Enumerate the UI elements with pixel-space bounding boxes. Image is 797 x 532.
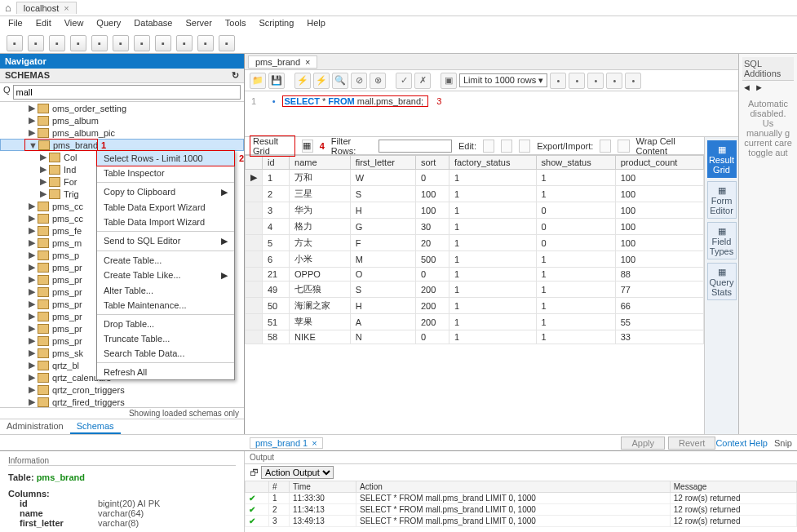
- cell[interactable]: 1: [449, 251, 536, 268]
- cell[interactable]: 200: [415, 314, 449, 330]
- cell[interactable]: 100: [615, 251, 703, 268]
- output-selector[interactable]: Action Output: [261, 466, 334, 479]
- output-row[interactable]: ✔313:49:13SELECT * FROM mall.pms_brand L…: [246, 516, 797, 527]
- cell[interactable]: 1: [449, 219, 536, 235]
- refresh-icon[interactable]: ↻: [232, 70, 239, 81]
- cell[interactable]: A: [350, 314, 415, 330]
- cell[interactable]: 1: [263, 170, 290, 186]
- menu-tools[interactable]: Tools: [225, 18, 246, 31]
- column-header[interactable]: id: [263, 156, 290, 170]
- grid-icon[interactable]: ▦: [302, 140, 313, 153]
- cell[interactable]: 1: [536, 330, 615, 344]
- column-header[interactable]: factory_status: [449, 156, 536, 170]
- home-icon[interactable]: ⌂: [5, 2, 11, 14]
- menu-scripting[interactable]: Scripting: [259, 18, 294, 31]
- cell[interactable]: 200: [415, 298, 449, 314]
- find-icon[interactable]: •: [587, 73, 604, 89]
- cell[interactable]: 20: [415, 235, 449, 251]
- tree-item[interactable]: ▶pms_album: [0, 114, 244, 126]
- side-tab[interactable]: ▦Form Editor: [707, 181, 737, 219]
- row-pointer[interactable]: [246, 219, 263, 235]
- cell[interactable]: 3: [263, 202, 290, 219]
- db6-icon[interactable]: ▪: [176, 35, 193, 51]
- tree-item[interactable]: ▼pms_brand1: [0, 139, 244, 151]
- cell[interactable]: 1: [449, 330, 536, 344]
- cell[interactable]: 100: [415, 202, 449, 219]
- sql-editor[interactable]: 1 • SELECT * FROM mall.pms_brand; 3: [245, 91, 738, 137]
- row-pointer[interactable]: [246, 186, 263, 202]
- export-icon[interactable]: [600, 140, 611, 153]
- menu-item[interactable]: Copy to Clipboard▶: [97, 184, 234, 200]
- cell[interactable]: 500: [415, 251, 449, 268]
- menu-item[interactable]: Table Data Import Wizard: [97, 215, 234, 229]
- column-header[interactable]: product_count: [615, 156, 703, 170]
- cell[interactable]: 苹果: [290, 314, 351, 330]
- cell[interactable]: N: [350, 330, 415, 344]
- result-tab[interactable]: pms_brand 1 ×: [250, 437, 323, 449]
- beautify-icon[interactable]: •: [569, 73, 585, 89]
- edit-icon[interactable]: [519, 140, 530, 153]
- cell[interactable]: 华为: [290, 202, 351, 219]
- side-tab[interactable]: ▦Field Types: [707, 222, 737, 259]
- row-pointer[interactable]: ▶: [246, 170, 263, 186]
- menu-item[interactable]: Create Table Like...▶: [97, 268, 234, 283]
- cell[interactable]: 1: [449, 268, 536, 282]
- connection-tab[interactable]: localhost ×: [16, 2, 77, 14]
- close-icon[interactable]: ×: [64, 3, 69, 13]
- revert-button[interactable]: Revert: [668, 437, 715, 450]
- rollback-icon[interactable]: ✗: [414, 73, 431, 89]
- cell[interactable]: M: [350, 251, 415, 268]
- search-icon[interactable]: ▪: [197, 35, 214, 51]
- menu-view[interactable]: View: [64, 18, 84, 31]
- result-grid-label[interactable]: Result Grid: [250, 135, 295, 157]
- prev-icon[interactable]: ◄: [742, 82, 751, 92]
- cell[interactable]: NIKE: [290, 330, 351, 344]
- menu-item[interactable]: Table Data Export Wizard: [97, 200, 234, 215]
- db4-icon[interactable]: ▪: [134, 35, 150, 51]
- cell[interactable]: 0: [536, 219, 615, 235]
- cell[interactable]: 1: [449, 202, 536, 219]
- row-pointer[interactable]: [246, 282, 263, 298]
- snippets-icon[interactable]: •: [625, 73, 641, 89]
- cell[interactable]: 88: [615, 268, 703, 282]
- cell[interactable]: W: [350, 170, 415, 186]
- filter-input[interactable]: [13, 85, 241, 100]
- menu-item[interactable]: Alter Table...: [97, 283, 234, 298]
- save-icon[interactable]: ▪: [49, 35, 65, 51]
- filter-rows-input[interactable]: [379, 140, 452, 153]
- db3-icon[interactable]: ▪: [113, 35, 129, 51]
- menu-item[interactable]: Create Table...: [97, 253, 234, 268]
- cell[interactable]: 0: [536, 235, 615, 251]
- cell[interactable]: 100: [615, 202, 703, 219]
- info-icon[interactable]: •: [606, 73, 622, 89]
- tab-schemas[interactable]: Schemas: [70, 419, 121, 434]
- side-tab[interactable]: ▦Query Stats: [707, 263, 737, 300]
- cell[interactable]: 55: [615, 314, 703, 330]
- menu-server[interactable]: Server: [185, 18, 211, 31]
- menu-item[interactable]: Send to SQL Editor▶: [97, 233, 234, 249]
- cell[interactable]: 77: [615, 282, 703, 298]
- menu-file[interactable]: File: [8, 18, 23, 31]
- menu-item[interactable]: Table Inspector: [97, 166, 234, 180]
- output-row[interactable]: ✔111:33:30SELECT * FROM mall.pms_brand L…: [246, 493, 797, 504]
- cell[interactable]: 1: [536, 314, 615, 330]
- result-grid[interactable]: idnamefirst_lettersortfactory_statusshow…: [245, 155, 704, 434]
- schema-tree[interactable]: ▶oms_order_setting▶pms_album▶pms_album_p…: [0, 102, 244, 407]
- next-icon[interactable]: ►: [755, 82, 764, 92]
- row-pointer[interactable]: [246, 298, 263, 314]
- cell[interactable]: 30: [415, 219, 449, 235]
- close-icon[interactable]: ×: [305, 57, 310, 67]
- cell[interactable]: H: [350, 202, 415, 219]
- cell[interactable]: 七匹狼: [290, 282, 351, 298]
- tab-context-help[interactable]: Context Help: [715, 438, 768, 448]
- cell[interactable]: S: [350, 186, 415, 202]
- tab-snippets[interactable]: Snip: [774, 438, 792, 448]
- cell[interactable]: 66: [615, 298, 703, 314]
- column-header[interactable]: show_status: [536, 156, 615, 170]
- cell[interactable]: 100: [615, 186, 703, 202]
- output-row[interactable]: ✔211:34:13SELECT * FROM mall.pms_brand L…: [246, 504, 797, 516]
- cell[interactable]: 小米: [290, 251, 351, 268]
- tree-item[interactable]: ▶pms_album_pic: [0, 126, 244, 139]
- cell[interactable]: G: [350, 219, 415, 235]
- import-icon[interactable]: [618, 140, 629, 153]
